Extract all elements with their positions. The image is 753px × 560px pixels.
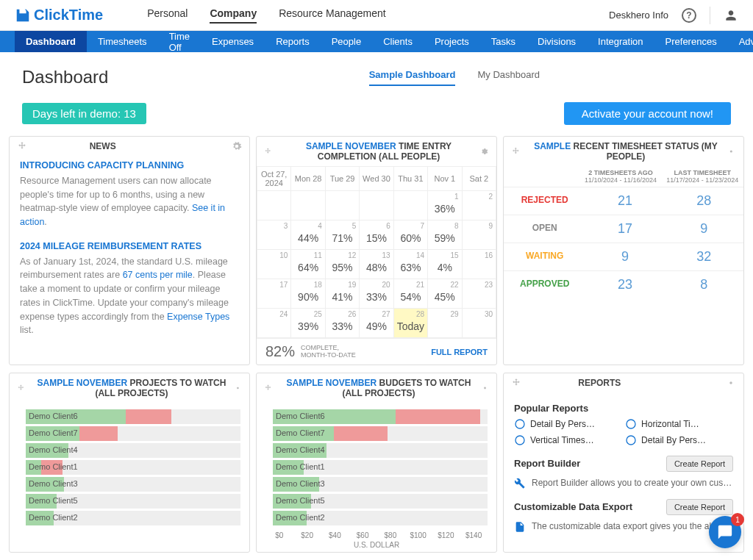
topnav-resource-management[interactable]: Resource Management bbox=[279, 7, 386, 24]
calendar-cell[interactable]: 2 bbox=[462, 191, 496, 220]
bar-row[interactable]: Demo Client2 bbox=[273, 510, 488, 526]
bar-row[interactable]: Demo Client7 bbox=[26, 426, 240, 442]
calendar-cell[interactable] bbox=[291, 191, 325, 220]
nav-projects[interactable]: Projects bbox=[424, 31, 480, 52]
bar-row[interactable]: Demo Client1 bbox=[26, 459, 240, 475]
drag-icon[interactable] bbox=[264, 383, 272, 393]
gear-icon[interactable] bbox=[481, 146, 489, 157]
calendar-cell[interactable]: 10 bbox=[257, 250, 291, 279]
help-icon[interactable]: ? bbox=[682, 8, 696, 23]
calendar-cell[interactable]: 1348% bbox=[360, 250, 393, 279]
bar-row[interactable]: Demo Client7 bbox=[273, 426, 488, 442]
gear-icon[interactable] bbox=[232, 141, 242, 151]
gear-icon[interactable] bbox=[727, 146, 736, 157]
calendar-cell[interactable]: 9 bbox=[462, 220, 496, 250]
bar-row[interactable]: Demo Client4 bbox=[26, 442, 240, 459]
news-item-title[interactable]: INTRODUCING CAPACITY PLANNING bbox=[20, 159, 239, 173]
drag-icon[interactable] bbox=[17, 141, 27, 151]
calendar-cell[interactable]: 154% bbox=[428, 250, 462, 279]
gear-icon[interactable] bbox=[481, 383, 489, 393]
report-link[interactable]: Detail By Pers… bbox=[514, 418, 615, 430]
gear-icon[interactable] bbox=[234, 383, 242, 393]
calendar-cell[interactable]: 30 bbox=[462, 309, 496, 338]
calendar-cell[interactable]: 2539% bbox=[291, 309, 325, 338]
calendar-cell[interactable]: 1941% bbox=[325, 279, 359, 309]
user-label[interactable]: Deskhero Info bbox=[609, 10, 668, 21]
topnav-personal[interactable]: Personal bbox=[147, 7, 188, 24]
calendar-cell[interactable]: 136% bbox=[428, 191, 462, 220]
bar-row[interactable]: Demo Client3 bbox=[26, 476, 240, 492]
calendar-cell[interactable]: 2633% bbox=[325, 309, 359, 338]
nav-timesheets[interactable]: Timesheets bbox=[87, 31, 158, 52]
calendar-cell[interactable]: 444% bbox=[291, 220, 325, 250]
calendar-cell[interactable]: 29 bbox=[428, 309, 462, 338]
nav-people[interactable]: People bbox=[321, 31, 372, 52]
create-report-button[interactable]: Create Report bbox=[666, 499, 733, 515]
calendar-cell[interactable] bbox=[393, 191, 427, 220]
bar-row[interactable]: Demo Client1 bbox=[273, 459, 488, 475]
nav-reports[interactable]: Reports bbox=[265, 31, 321, 52]
calendar-cell[interactable]: 571% bbox=[325, 220, 359, 250]
bar-row[interactable]: Demo Client3 bbox=[273, 476, 488, 492]
nav-expenses[interactable]: Expenses bbox=[201, 31, 265, 52]
report-link[interactable]: Detail By Pers… bbox=[625, 434, 726, 446]
nav-integration[interactable]: Integration bbox=[587, 31, 654, 52]
drag-icon[interactable] bbox=[511, 146, 521, 157]
timesheet-count[interactable]: 32 bbox=[665, 243, 743, 270]
calendar-cell[interactable]: 28Today bbox=[393, 309, 427, 338]
nav-divisions[interactable]: Divisions bbox=[527, 31, 587, 52]
timesheet-count[interactable]: 9 bbox=[585, 243, 664, 270]
calendar-cell[interactable]: 615% bbox=[360, 220, 393, 250]
topnav-company[interactable]: Company bbox=[210, 7, 257, 24]
calendar-cell[interactable]: 1890% bbox=[291, 279, 325, 309]
calendar-cell[interactable] bbox=[325, 191, 359, 220]
calendar-cell[interactable]: 3 bbox=[257, 220, 291, 250]
activate-account-button[interactable]: Activate your account now! bbox=[564, 102, 731, 125]
create-report-button[interactable]: Create Report bbox=[666, 456, 733, 472]
timesheet-count[interactable]: 9 bbox=[665, 215, 743, 243]
drag-icon[interactable] bbox=[511, 378, 521, 388]
news-link[interactable]: 67 cents per mile bbox=[123, 270, 193, 280]
logo[interactable]: ClickTime bbox=[15, 7, 103, 24]
bar-row[interactable]: Demo Client6 bbox=[26, 409, 240, 425]
nav-time-off[interactable]: Time Off bbox=[158, 31, 201, 52]
full-report-link[interactable]: FULL REPORT bbox=[431, 348, 488, 356]
calendar-cell[interactable] bbox=[360, 191, 393, 220]
nav-advanced[interactable]: Advanced bbox=[728, 31, 753, 52]
timesheet-count[interactable]: 21 bbox=[585, 187, 664, 215]
bar-row[interactable]: Demo Client5 bbox=[273, 493, 488, 509]
calendar-cell[interactable]: 16 bbox=[462, 250, 496, 279]
timesheet-count[interactable]: 23 bbox=[585, 271, 664, 298]
report-link[interactable]: Horizontal Ti… bbox=[625, 418, 726, 430]
calendar-cell[interactable]: 1164% bbox=[291, 250, 325, 279]
calendar-cell[interactable]: 2245% bbox=[428, 279, 462, 309]
bar-row[interactable]: Demo Client5 bbox=[26, 493, 240, 509]
news-item-title[interactable]: USER PROVISIONING NOW SUPPORTED THROUGH … bbox=[20, 348, 239, 348]
calendar-cell[interactable]: 1295% bbox=[325, 250, 359, 279]
gear-icon[interactable] bbox=[726, 378, 736, 388]
report-link[interactable]: Vertical Times… bbox=[514, 434, 615, 446]
calendar-cell[interactable]: 24 bbox=[257, 309, 291, 338]
calendar-cell[interactable]: 1463% bbox=[393, 250, 427, 279]
timesheet-count[interactable]: 17 bbox=[585, 215, 664, 243]
calendar-cell[interactable]: 760% bbox=[393, 220, 427, 250]
drag-icon[interactable] bbox=[17, 383, 25, 393]
timesheet-count[interactable]: 28 bbox=[665, 187, 743, 215]
tab-my-dashboard[interactable]: My Dashboard bbox=[477, 69, 540, 86]
timesheet-count[interactable]: 8 bbox=[665, 271, 743, 298]
nav-clients[interactable]: Clients bbox=[372, 31, 424, 52]
nav-tasks[interactable]: Tasks bbox=[480, 31, 527, 52]
news-link[interactable]: Expense Types bbox=[167, 312, 229, 322]
calendar-cell[interactable]: 17 bbox=[257, 279, 291, 309]
bar-row[interactable]: Demo Client4 bbox=[273, 442, 488, 459]
bar-row[interactable]: Demo Client2 bbox=[26, 510, 240, 526]
drag-icon[interactable] bbox=[264, 146, 272, 157]
news-item-title[interactable]: 2024 MILEAGE REIMBURSEMENT RATES bbox=[20, 240, 239, 254]
user-menu-icon[interactable] bbox=[724, 8, 738, 23]
calendar-cell[interactable]: 2154% bbox=[393, 279, 427, 309]
calendar-cell[interactable]: 859% bbox=[428, 220, 462, 250]
calendar-cell[interactable] bbox=[257, 191, 291, 220]
bar-row[interactable]: Demo Client6 bbox=[273, 409, 488, 425]
calendar-cell[interactable]: 23 bbox=[462, 279, 496, 309]
calendar-cell[interactable]: 2033% bbox=[360, 279, 393, 309]
